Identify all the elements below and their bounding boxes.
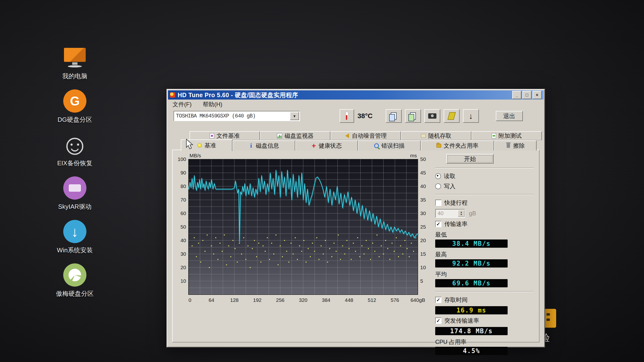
tab-label: 自动噪音管理 [352,132,387,140]
short-stroke-size-value: 40 [436,210,458,217]
min-value: 38.4 MB/s [435,240,508,248]
desktop-icon-skyiar-driver[interactable]: SkyIAR驱动 [51,176,99,217]
maximize-button[interactable]: □ [522,91,532,99]
max-label: 最高 [435,251,534,258]
svg-text:50: 50 [420,156,426,162]
file-benchmark-icon [210,133,214,138]
desktop-icon-win-install[interactable]: ↓ Win系统安装 [51,220,99,261]
tab-auto-acoustic[interactable]: 自动噪音管理 [330,131,401,140]
short-stroke-checkbox[interactable] [435,200,442,206]
title-bar[interactable]: HD Tune Pro 5.60 - 硬盘/固态硬盘实用程序 _ □ × [168,90,544,100]
transfer-rate-label: 传输速率 [444,220,468,228]
write-radio-row[interactable]: 写入 [435,183,534,190]
copy-text-icon [410,112,416,120]
download-button[interactable]: ↓ [463,109,479,123]
benchmark-bulb-icon [197,143,202,148]
svg-text:50: 50 [180,224,186,230]
health-cross-icon: + [312,143,316,148]
copy-results-button[interactable] [386,109,402,123]
separator [435,167,534,168]
svg-text:640gB: 640gB [410,297,425,303]
svg-text:128: 128 [230,297,238,303]
trash-icon [506,143,511,148]
mouse-cursor [186,139,195,150]
transfer-rate-checkbox[interactable]: ✓ [435,221,442,227]
stepper-buttons[interactable]: ▲▼ [458,210,465,217]
burst-rate-row[interactable]: ✓ 突发传输速率 [435,317,534,324]
desktop-icon-label: DG硬盘分区 [58,115,92,124]
camera-icon [428,113,436,119]
tab-file-benchmark[interactable]: 文件基准 [190,131,260,140]
min-label: 最低 [435,231,534,239]
desktop-icon-eix-backup[interactable]: ☺ EIX备份恢复 [51,133,99,173]
chevron-down-icon[interactable]: ▼ [290,112,299,120]
desktop-icon-aomei-partition[interactable]: 傲梅硬盘分区 [51,263,99,304]
tab-error-scan[interactable]: 错误扫描 [358,140,421,150]
benchmark-content: MB/sms1020304050607080901005101520253035… [172,150,540,342]
desktop: 我的电脑 G DG硬盘分区 ☺ EIX备份恢复 SkyIAR驱动 ↓ Win系统… [0,0,644,362]
access-time-label: 存取时间 [444,296,468,304]
window-title: HD Tune Pro 5.60 - 硬盘/固态硬盘实用程序 [178,91,298,99]
start-button[interactable]: 开始 [446,154,494,163]
desktop-icon-my-computer[interactable]: 我的电脑 [51,46,99,87]
tab-disk-monitor[interactable]: 磁盘监视器 [260,131,330,140]
extra-tests-icon [492,133,496,138]
burst-rate-checkbox[interactable]: ✓ [435,317,442,324]
close-button[interactable]: × [532,91,542,99]
copy-text-button[interactable] [405,109,421,123]
svg-text:512: 512 [368,297,376,303]
short-stroke-row[interactable]: 快捷行程 [435,199,534,207]
short-stroke-label: 快捷行程 [444,199,468,207]
menu-help[interactable]: 帮助(H) [201,100,224,109]
read-radio[interactable] [435,173,441,179]
svg-text:100: 100 [178,156,186,162]
short-stroke-size-row: 40 ▲▼ gB [435,209,534,218]
tab-erase[interactable]: 擦除 [494,140,536,150]
tab-disk-info[interactable]: i 磁盘信息 [232,140,295,150]
write-label: 写入 [444,183,456,190]
svg-text:20: 20 [180,265,186,270]
screenshot-button[interactable] [424,109,440,123]
short-stroke-size-stepper[interactable]: 40 ▲▼ [435,209,465,218]
svg-text:192: 192 [253,297,262,303]
menu-bar: 文件(F) 帮助(H) [167,100,544,108]
svg-text:MB/s: MB/s [190,153,201,158]
desktop-icon-dg-partition[interactable]: G DG硬盘分区 [51,89,99,130]
svg-text:20: 20 [420,238,426,243]
app-icon [170,92,175,98]
separator [435,194,534,195]
access-time-row[interactable]: ✓ 存取时间 [435,296,534,304]
svg-text:70: 70 [180,197,186,203]
tab-label: 错误扫描 [382,142,404,150]
tab-random-access[interactable]: 随机存取 [401,131,472,140]
random-access-icon [421,133,426,138]
write-radio[interactable] [435,184,441,189]
svg-text:10: 10 [180,278,186,284]
svg-text:30: 30 [180,251,186,257]
transfer-rate-row[interactable]: ✓ 传输速率 [435,220,534,228]
tab-extra-tests[interactable]: 附加测试 [472,131,542,140]
cpu-usage-label: CPU 占用率 [435,338,534,346]
tab-row-primary: 基准 i 磁盘信息 + 健康状态 错误扫描 文件夹占用率 擦除 [181,140,536,151]
tab-health[interactable]: + 健康状态 [295,140,358,150]
read-radio-row[interactable]: 读取 [435,172,534,180]
disk-monitor-icon [277,133,282,138]
menu-file[interactable]: 文件(F) [171,100,193,109]
save-button[interactable] [444,109,460,123]
tab-label: 擦除 [513,142,525,150]
svg-text:576: 576 [390,297,399,303]
tab-folder-usage[interactable]: 文件夹占用率 [421,140,494,150]
drive-select-value: TOSHIBA MK6459GSXP (640 gB) [174,113,290,119]
exit-button[interactable]: 退出 [496,111,523,121]
access-time-value: 16.9 ms [435,306,508,314]
temperature-button[interactable] [340,109,354,123]
svg-text:90: 90 [180,170,186,175]
read-label: 读取 [444,172,456,180]
access-time-checkbox[interactable]: ✓ [435,297,442,303]
svg-text:5: 5 [420,278,423,284]
tab-label: 健康状态 [318,142,342,150]
minimize-button[interactable]: _ [512,91,522,99]
drive-select[interactable]: TOSHIBA MK6459GSXP (640 gB) ▼ [174,111,300,121]
tab-label: 基准 [204,142,216,149]
tab-label: 磁盘信息 [256,142,279,150]
